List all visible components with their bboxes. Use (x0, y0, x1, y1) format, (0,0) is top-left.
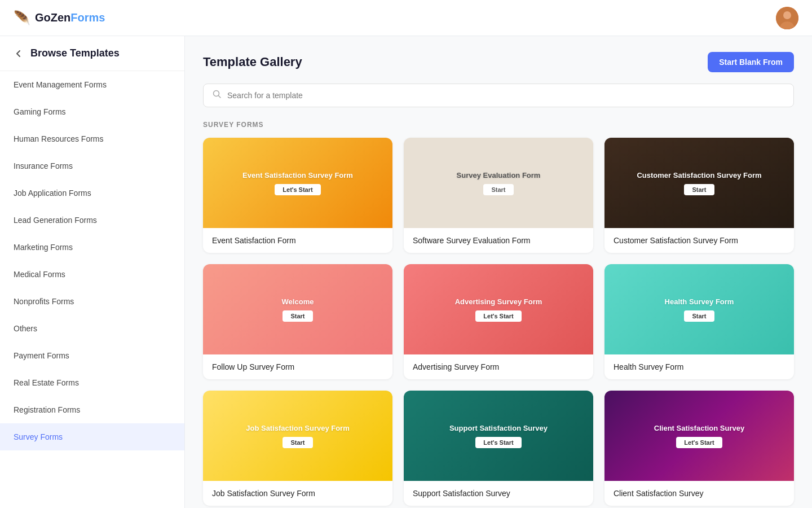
search-bar (203, 84, 794, 107)
search-icon (213, 90, 222, 101)
logo-gozen: GoZen (35, 11, 70, 24)
sidebar-item-real-estate[interactable]: Real Estate Forms (0, 369, 184, 396)
template-thumb-label-follow-up: Welcome (275, 297, 321, 306)
template-grid: Event Satisfaction Survey FormLet's Star… (203, 138, 794, 506)
template-thumb-job-satisfaction: Job Satisfaction Survey FormStart (203, 391, 392, 481)
template-name-customer-satisfaction: Customer Satisfaction Survey Form (604, 228, 794, 253)
template-name-follow-up: Follow Up Survey Form (203, 354, 392, 379)
sidebar: Browse Templates Event Management FormsG… (0, 36, 185, 508)
top-navigation: 🪶 GoZenForms (0, 0, 812, 36)
template-card-support-satisfaction[interactable]: Support Satisfaction SurveyLet's StartSu… (404, 391, 593, 506)
sidebar-title: Browse Templates (30, 47, 120, 59)
template-thumb-follow-up: WelcomeStart (203, 264, 392, 354)
template-thumb-label-customer-satisfaction: Customer Satisfaction Survey Form (630, 171, 768, 179)
section-label: SURVEY FORMS (203, 121, 794, 129)
svg-point-1 (783, 11, 791, 19)
template-name-event-satisfaction: Event Satisfaction Form (203, 228, 392, 253)
template-card-client-satisfaction[interactable]: Client Satisfaction SurveyLet's StartCli… (604, 391, 794, 506)
sidebar-item-human-resources[interactable]: Human Resources Forms (0, 125, 184, 152)
template-thumb-btn-advertising[interactable]: Let's Start (475, 310, 521, 322)
template-card-advertising[interactable]: Advertising Survey FormLet's StartAdvert… (404, 264, 593, 379)
template-thumb-customer-satisfaction: Customer Satisfaction Survey FormStart (604, 138, 794, 228)
template-thumb-event-satisfaction: Event Satisfaction Survey FormLet's Star… (203, 138, 392, 228)
template-card-customer-satisfaction[interactable]: Customer Satisfaction Survey FormStartCu… (604, 138, 794, 253)
template-thumb-label-event-satisfaction: Event Satisfaction Survey Form (236, 171, 360, 179)
sidebar-header: Browse Templates (0, 36, 184, 71)
template-name-job-satisfaction: Job Satisfaction Survey Form (203, 481, 392, 506)
template-thumb-label-client-satisfaction: Client Satisfaction Survey (647, 424, 751, 432)
avatar[interactable] (776, 7, 798, 29)
logo-forms: Forms (70, 11, 105, 24)
template-name-advertising: Advertising Survey Form (404, 354, 593, 379)
template-card-software-survey[interactable]: Survey Evaluation FormStartSoftware Surv… (404, 138, 593, 253)
main-layout: Browse Templates Event Management FormsG… (0, 36, 812, 508)
sidebar-item-survey[interactable]: Survey Forms (0, 423, 184, 450)
template-thumb-btn-software-survey[interactable]: Start (483, 184, 513, 195)
logo[interactable]: 🪶 GoZenForms (14, 10, 105, 26)
sidebar-item-lead-generation[interactable]: Lead Generation Forms (0, 207, 184, 234)
main-content: Template Gallery Start Blank From SURVEY… (185, 36, 812, 508)
template-thumb-software-survey: Survey Evaluation FormStart (404, 138, 593, 228)
template-thumb-btn-customer-satisfaction[interactable]: Start (684, 184, 714, 195)
start-blank-button[interactable]: Start Blank From (708, 52, 794, 72)
sidebar-items: Event Management FormsGaming FormsHuman … (0, 71, 184, 450)
template-thumb-health-survey: Health Survey FormStart (604, 264, 794, 354)
logo-icon: 🪶 (14, 10, 30, 26)
template-card-event-satisfaction[interactable]: Event Satisfaction Survey FormLet's Star… (203, 138, 392, 253)
template-card-job-satisfaction[interactable]: Job Satisfaction Survey FormStartJob Sat… (203, 391, 392, 506)
logo-text: GoZenForms (35, 11, 105, 24)
template-card-follow-up[interactable]: WelcomeStartFollow Up Survey Form (203, 264, 392, 379)
template-name-software-survey: Software Survey Evaluation Form (404, 228, 593, 253)
template-thumb-label-health-survey: Health Survey Form (658, 297, 741, 306)
sidebar-item-insurance[interactable]: Insurance Forms (0, 152, 184, 179)
sidebar-item-payment[interactable]: Payment Forms (0, 342, 184, 369)
template-thumb-btn-event-satisfaction[interactable]: Let's Start (275, 184, 320, 195)
search-input[interactable] (227, 91, 784, 100)
template-thumb-label-software-survey: Survey Evaluation Form (450, 171, 548, 179)
sidebar-item-others[interactable]: Others (0, 315, 184, 342)
template-thumb-advertising: Advertising Survey FormLet's Start (404, 264, 593, 354)
sidebar-item-gaming[interactable]: Gaming Forms (0, 98, 184, 125)
template-thumb-label-job-satisfaction: Job Satisfaction Survey Form (239, 424, 356, 432)
template-thumb-label-support-satisfaction: Support Satisfaction Survey (443, 424, 554, 432)
template-thumb-btn-job-satisfaction[interactable]: Start (283, 437, 312, 448)
main-header: Template Gallery Start Blank From (203, 52, 794, 72)
template-thumb-support-satisfaction: Support Satisfaction SurveyLet's Start (404, 391, 593, 481)
template-thumb-btn-client-satisfaction[interactable]: Let's Start (676, 437, 722, 448)
sidebar-item-registration[interactable]: Registration Forms (0, 396, 184, 423)
sidebar-item-medical[interactable]: Medical Forms (0, 261, 184, 288)
template-thumb-btn-support-satisfaction[interactable]: Let's Start (475, 437, 521, 448)
back-button[interactable] (14, 49, 24, 59)
template-name-client-satisfaction: Client Satisfaction Survey (604, 481, 794, 506)
template-thumb-client-satisfaction: Client Satisfaction SurveyLet's Start (604, 391, 794, 481)
template-card-health-survey[interactable]: Health Survey FormStartHealth Survey For… (604, 264, 794, 379)
template-thumb-label-advertising: Advertising Survey Form (448, 297, 549, 306)
sidebar-item-nonprofits[interactable]: Nonprofits Forms (0, 288, 184, 315)
sidebar-item-event-management[interactable]: Event Management Forms (0, 71, 184, 98)
template-thumb-btn-follow-up[interactable]: Start (283, 310, 312, 322)
sidebar-item-job-application[interactable]: Job Application Forms (0, 179, 184, 207)
template-name-support-satisfaction: Support Satisfaction Survey (404, 481, 593, 506)
page-title: Template Gallery (203, 55, 302, 69)
template-name-health-survey: Health Survey Form (604, 354, 794, 379)
template-thumb-btn-health-survey[interactable]: Start (684, 310, 714, 322)
sidebar-item-marketing[interactable]: Marketing Forms (0, 234, 184, 261)
